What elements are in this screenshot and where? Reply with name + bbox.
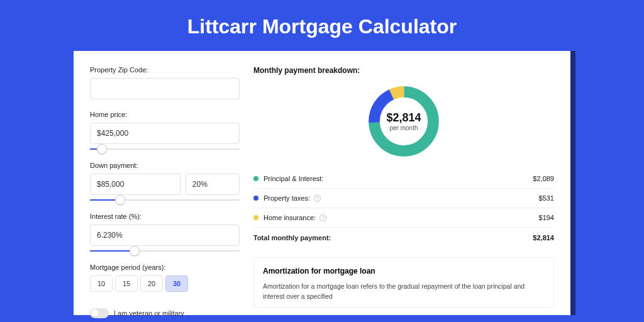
- amortization-text: Amortization for a mortgage loan refers …: [263, 282, 545, 302]
- legend-swatch: [253, 196, 258, 201]
- payment-donut-chart: $2,814 per month: [253, 82, 554, 160]
- breakdown-label: Principal & Interest:: [264, 175, 533, 182]
- legend-swatch: [253, 215, 258, 220]
- period-label: Mortgage period (years):: [90, 264, 240, 271]
- page-title: Littcarr Mortgage Calculator: [0, 0, 644, 51]
- donut-amount: $2,814: [386, 111, 421, 125]
- interest-rate-slider[interactable]: [90, 248, 240, 256]
- legend-swatch: [253, 176, 258, 181]
- down-payment-amount-input[interactable]: [90, 174, 180, 195]
- period-option-15[interactable]: 15: [115, 275, 138, 292]
- interest-rate-input[interactable]: [90, 225, 240, 246]
- breakdown-value: $531: [539, 194, 554, 202]
- zip-input[interactable]: [90, 78, 240, 99]
- info-icon[interactable]: ?: [314, 195, 321, 202]
- down-payment-slider[interactable]: [90, 197, 240, 205]
- breakdown-row: Property taxes:?$531: [253, 189, 554, 208]
- home-price-slider[interactable]: [90, 147, 240, 154]
- down-payment-percent-input[interactable]: [186, 174, 240, 195]
- breakdown-value: $2,089: [533, 175, 554, 182]
- veteran-toggle[interactable]: [90, 308, 109, 318]
- period-option-30[interactable]: 30: [165, 275, 188, 292]
- breakdown-title: Monthly payment breakdown:: [253, 66, 554, 75]
- down-payment-label: Down payment:: [90, 162, 240, 169]
- interest-rate-label: Interest rate (%):: [90, 213, 240, 220]
- home-price-input[interactable]: [90, 123, 240, 144]
- breakdown-row: Principal & Interest:$2,089: [253, 169, 554, 189]
- amortization-section: Amortization for mortgage loan Amortizat…: [253, 257, 554, 308]
- veteran-toggle-label: I am veteran or military: [114, 309, 184, 317]
- breakdown-value: $194: [539, 214, 554, 221]
- calculator-card: Property Zip Code: Home price: Down paym…: [74, 51, 570, 315]
- amortization-title: Amortization for mortgage loan: [263, 267, 545, 275]
- breakdown-row: Home insurance:?$194: [253, 208, 554, 228]
- period-option-20[interactable]: 20: [140, 275, 163, 292]
- results-column: Monthly payment breakdown: $2,814 per mo…: [253, 66, 554, 300]
- donut-sublabel: per month: [386, 125, 421, 131]
- breakdown-label: Property taxes:?: [264, 194, 539, 202]
- total-label: Total monthly payment:: [253, 234, 533, 242]
- breakdown-label: Home insurance:?: [264, 214, 539, 221]
- period-button-group: 10152030: [90, 275, 240, 292]
- inputs-column: Property Zip Code: Home price: Down paym…: [90, 66, 240, 300]
- home-price-label: Home price:: [90, 111, 240, 118]
- period-option-10[interactable]: 10: [90, 275, 113, 292]
- info-icon[interactable]: ?: [319, 214, 326, 221]
- breakdown-total-row: Total monthly payment: $2,814: [253, 228, 554, 247]
- total-value: $2,814: [533, 234, 554, 242]
- zip-label: Property Zip Code:: [90, 66, 240, 74]
